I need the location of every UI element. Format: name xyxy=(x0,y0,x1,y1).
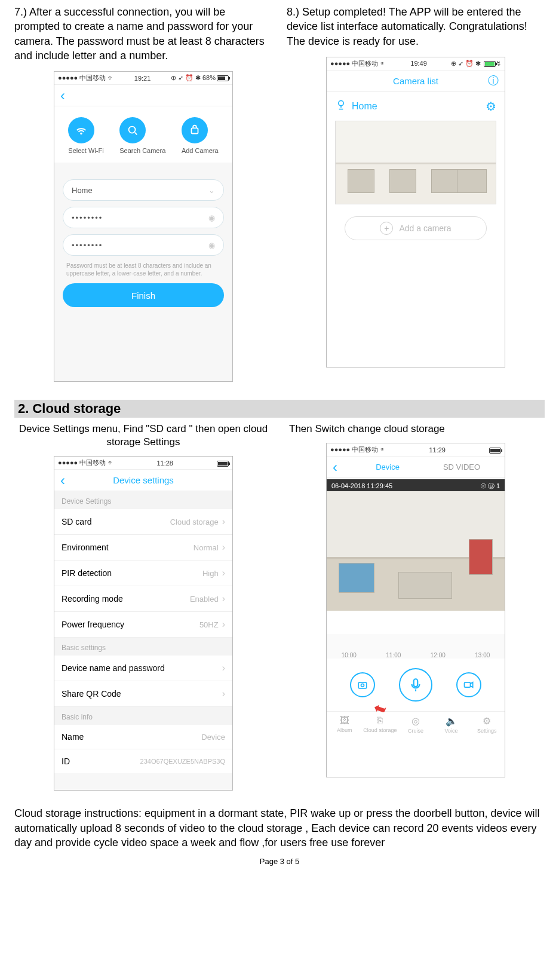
settings-icon: ⚙ xyxy=(469,715,505,727)
row-info-name: NameDevice xyxy=(54,725,232,749)
voice-icon: 🔈 xyxy=(434,715,469,727)
bottom-tabs: 🖼Album ➦ ⎘Cloud storage ◎Cruise 🔈Voice ⚙… xyxy=(327,711,505,739)
status-bar: ●●●●● 中国移动 ᯤ 11:28 xyxy=(54,457,232,470)
step8-text: 8.) Setup completed! The APP will be ent… xyxy=(287,5,545,48)
chevron-right-icon: › xyxy=(222,568,225,578)
tab-cloud-storage[interactable]: ➦ ⎘Cloud storage xyxy=(363,712,398,739)
wifi-icon xyxy=(68,117,94,143)
add-icon xyxy=(182,117,208,143)
row-info-id: ID234O67QEXUZE5NABPS3Q xyxy=(54,749,232,773)
svg-rect-7 xyxy=(414,679,418,687)
screenshot-video-view: ●●●●● 中国移动 ᯤ 11:29 ‹ Device SD VIDEO 06-… xyxy=(326,443,505,777)
svg-point-1 xyxy=(129,127,136,133)
group-header: Device Settings xyxy=(54,491,232,509)
group-header: Basic info xyxy=(54,707,232,725)
chevron-right-icon: › xyxy=(222,516,225,527)
screenshot-step8: ●●●●● 中国移动 ᯤ 19:49 ⊕ ➶ ⏰ ✱ ↯ Camera list… xyxy=(326,57,505,368)
chevron-right-icon: › xyxy=(222,688,225,699)
chevron-right-icon: › xyxy=(222,619,225,630)
svg-rect-3 xyxy=(191,128,198,134)
eye-icon[interactable]: ◉ xyxy=(208,241,215,250)
page-footer: Page 3 of 5 xyxy=(14,857,545,866)
svg-point-0 xyxy=(81,133,82,134)
finish-button[interactable]: Finish xyxy=(63,283,224,307)
caption-switch-cloud: Then Switch change cloud storage xyxy=(287,422,545,436)
row-power-freq[interactable]: Power frequency50HZ› xyxy=(54,612,232,638)
row-name-password[interactable]: Device name and password› xyxy=(54,656,232,681)
password-input-1[interactable]: •••••••• ◉ xyxy=(63,207,224,228)
back-icon[interactable]: ‹ xyxy=(327,459,337,476)
camera-row[interactable]: Home ⚙ xyxy=(327,92,505,121)
tab-album[interactable]: 🖼Album xyxy=(327,712,363,739)
nav-bar: ‹ Device SD VIDEO xyxy=(327,457,505,478)
row-share-qr[interactable]: Share QR Code› xyxy=(54,681,232,707)
tab-device[interactable]: Device xyxy=(351,458,425,476)
svg-rect-5 xyxy=(358,682,366,688)
eye-icon[interactable]: ◉ xyxy=(208,213,215,222)
camera-thumbnail[interactable] xyxy=(335,121,496,204)
svg-point-6 xyxy=(361,684,364,687)
mic-button[interactable] xyxy=(399,668,432,702)
row-recording[interactable]: Recording modeEnabled› xyxy=(54,586,232,612)
svg-rect-9 xyxy=(465,682,471,687)
nav-bar: ‹ xyxy=(54,85,232,106)
status-bar: ●●●●● 中国移动 ᯤ 19:21 ⊕ ➶ ⏰ ✱ 68% xyxy=(54,72,232,85)
row-pir[interactable]: PIR detectionHigh› xyxy=(54,561,232,586)
timeline[interactable]: 10:00 11:00 12:00 13:00 xyxy=(327,635,505,659)
add-camera-button[interactable]: + Add a camera xyxy=(345,216,487,240)
step-wifi: Select Wi-Fi xyxy=(68,117,103,154)
cloud-instructions: Cloud storage instructions: equipment in… xyxy=(14,806,545,850)
chevron-right-icon: › xyxy=(222,593,225,604)
camera-icon xyxy=(335,99,347,114)
chevron-down-icon: ⌄ xyxy=(208,186,215,195)
nav-title: Camera list xyxy=(327,76,505,86)
video-overlay: 06-04-2018 11:29:45 ⦾ ⓤ 1 xyxy=(327,479,505,492)
info-icon[interactable]: ⓘ xyxy=(488,74,499,88)
row-sd-card[interactable]: SD cardCloud storage› xyxy=(54,509,232,535)
step-add: Add Camera xyxy=(182,117,219,154)
search-icon xyxy=(119,117,146,143)
tab-voice[interactable]: 🔈Voice xyxy=(434,712,469,739)
svg-line-2 xyxy=(135,133,137,135)
screenshot-device-settings: ●●●●● 中国移动 ᯤ 11:28 ‹ Device settings Dev… xyxy=(54,456,233,791)
live-video[interactable] xyxy=(327,491,505,611)
back-icon[interactable]: ‹ xyxy=(60,87,65,104)
step-search: Search Camera xyxy=(119,117,165,154)
tab-settings[interactable]: ⚙Settings xyxy=(469,712,505,739)
gear-icon[interactable]: ⚙ xyxy=(486,99,496,114)
tab-sd-video[interactable]: SD VIDEO xyxy=(425,458,499,476)
password-hint: Password must be at least 8 characters a… xyxy=(66,262,220,277)
snapshot-button[interactable] xyxy=(350,672,375,697)
plus-icon: + xyxy=(380,222,393,235)
camera-name: Home xyxy=(352,101,377,112)
nav-bar: ‹ Device settings xyxy=(54,470,232,491)
chevron-right-icon: › xyxy=(222,542,225,553)
caption-device-settings: Device Settings menu, Find "SD card " th… xyxy=(14,422,272,449)
section-2-header: 2. Cloud storage xyxy=(14,400,545,418)
chevron-right-icon: › xyxy=(222,663,225,673)
record-button[interactable] xyxy=(456,672,481,697)
tab-cruise[interactable]: ◎Cruise xyxy=(398,712,434,739)
status-bar: ●●●●● 中国移动 ᯤ 19:49 ⊕ ➶ ⏰ ✱ ↯ xyxy=(327,57,505,71)
row-environment[interactable]: EnvironmentNormal› xyxy=(54,535,232,561)
nav-bar: Camera list ⓘ xyxy=(327,71,505,92)
album-icon: 🖼 xyxy=(327,715,363,726)
status-bar: ●●●●● 中国移动 ᯤ 11:29 xyxy=(327,443,505,457)
password-input-2[interactable]: •••••••• ◉ xyxy=(63,234,224,256)
setup-steps: Select Wi-Fi Search Camera Add Camera xyxy=(54,106,232,163)
svg-point-4 xyxy=(339,100,343,105)
step7-text: 7.) After a successful connection, you w… xyxy=(14,5,272,63)
cruise-icon: ◎ xyxy=(398,715,434,727)
screenshot-step7: ●●●●● 中国移动 ᯤ 19:21 ⊕ ➶ ⏰ ✱ 68% ‹ Select … xyxy=(54,71,233,382)
camera-name-input[interactable]: Home ⌄ xyxy=(63,179,224,201)
group-header: Basic settings xyxy=(54,638,232,656)
nav-title: Device settings xyxy=(54,475,232,485)
